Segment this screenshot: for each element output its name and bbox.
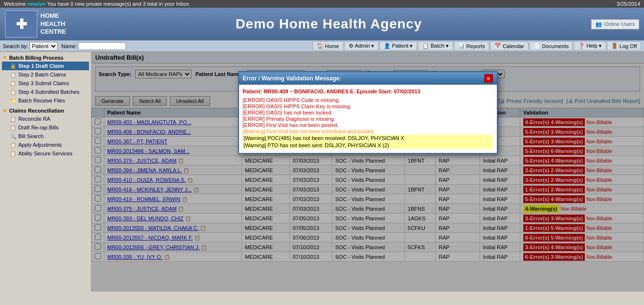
message-text: You have 0 new private message(s) and 3 … [47,1,190,7]
agency-title: Demo Home Health Agency [66,16,591,32]
nav-batch[interactable]: 📋 Batch ▾ [418,41,453,51]
modal-error-item: [ERROR] First Visit has not been posted. [243,122,493,128]
home-icon: 🏠 [317,43,324,49]
sidebar-item-step4[interactable]: 📋 Step 4 Submitted Batches [2,88,89,96]
search-by-select[interactable]: Patient [29,42,58,51]
sidebar-item-reconcile-ra[interactable]: 📋 Reconcile RA [2,114,89,123]
logo-cross-icon: ✚ [16,16,27,32]
modal-error-item: [ERROR] OASIS HIPPS Claim Key is missing… [243,103,493,109]
modal-patient-header: Patient: MR00-408 – BONIFACIO, ANDRES E.… [243,89,493,94]
lock-icon: 🔒 [10,63,16,69]
sidebar-item-apply-adjustments[interactable]: 📋 Apply Adjustments [2,140,89,149]
admin-icon: ⚙ [349,43,354,49]
nav-patient[interactable]: 👤 Patient ▾ [379,41,417,51]
name-label: Name: [62,43,77,49]
logoff-icon: 🚪 [611,43,618,49]
modal-overlay: Error / Warning Validation Message: × Pa… [91,52,644,292]
claims-folder-icon: ▼ [2,107,8,114]
documents-icon: 📄 [534,43,541,49]
modal-title: Error / Warning Validation Message: [243,75,341,82]
claims-reconciliation-title[interactable]: ▼ Claims Reconciliation [2,107,89,114]
modal-warning-item: [Warning] PTO has not been sent: DSLJOY,… [243,142,493,149]
folder-icon: ▼ [2,54,8,61]
submit-claims-icon: 📋 [10,80,16,87]
patient-icon: 👤 [384,43,391,49]
nav-documents[interactable]: 📄 Documents [530,41,573,51]
help-icon: ❓ [578,43,585,49]
nav-home[interactable]: 🏠 Home [313,41,343,51]
nav-reports[interactable]: 📊 Reports [454,41,490,51]
modal-error-item: [ERROR] Primary Diagnosis is missing. [243,116,493,122]
batch-billing-section: ▼ Batch Billing Process 🔒 Step 1 Draft C… [2,54,89,105]
date-display: 3/25/2014 [617,1,640,7]
reconcile-icon: 📋 [10,115,16,122]
calendar-icon: 📅 [494,43,501,49]
nav-bar: Search by: Patient Name: 🏠 Home ⚙ Admin … [0,40,644,52]
welcome-text: Welcome [4,1,26,7]
batch-receive-icon: 📁 [10,97,16,104]
nav-logoff[interactable]: 🚪 Log Off [607,41,641,51]
sidebar-item-draft-rerap[interactable]: 📋 Draft Re-rap Bills [2,123,89,132]
search-by-label: Search by: [3,43,28,49]
modal-warning-item: [Warning] First Visit has not been sched… [243,128,493,134]
nav-admin[interactable]: ⚙ Admin ▾ [344,41,379,51]
modal-errors-container: [ERROR] OASIS HIPPS Code is missing.[ERR… [243,97,493,128]
logo-box: ✚ [5,10,38,38]
main-layout: ▼ Batch Billing Process 🔒 Step 1 Draft C… [0,52,644,292]
sidebar-item-step3[interactable]: 📋 Step 3 Submit Claims [2,79,89,88]
users-icon: 👥 [595,21,602,27]
name-search-input[interactable] [78,42,126,50]
batch-claims-icon: 📋 [10,71,16,78]
adjustments-icon: 📋 [10,141,16,148]
draft-rerap-icon: 📋 [10,124,16,131]
header: ✚ HOME HEALTH CENTRE Demo Home Health Ag… [0,8,644,40]
validation-modal: Error / Warning Validation Message: × Pa… [238,71,498,154]
online-users-button[interactable]: 👥 Online Users [591,19,639,29]
content-area: Undrafted Bill(s) Search Type: All Medic… [91,52,644,292]
claims-reconciliation-section: ▼ Claims Reconciliation 📋 Reconcile RA 📋… [2,107,89,158]
batch-icon: 📋 [422,43,429,49]
modal-error-item: [ERROR] OASIS has not been locked. [243,110,493,115]
sidebar-item-batch-receive[interactable]: 📁 Batch Receive Files [2,96,89,105]
logo-area: ✚ HOME HEALTH CENTRE [5,10,66,38]
sidebar-item-bill-search[interactable]: 🔍 Bill Search [2,132,89,140]
bill-search-icon: 🔍 [10,133,16,140]
ability-secure-icon: 📋 [10,150,16,157]
modal-warning-item: [Warning] POC(485) has not been received… [243,135,493,141]
sidebar-item-step2[interactable]: 📋 Step 2 Batch Claims [2,70,89,79]
sidebar: ▼ Batch Billing Process 🔒 Step 1 Draft C… [0,52,91,292]
modal-error-item: [ERROR] OASIS HIPPS Code is missing. [243,97,493,103]
logo-text: HOME HEALTH CENTRE [40,12,66,37]
username: newton [27,1,46,7]
modal-title-bar: Error / Warning Validation Message: × [239,72,497,85]
modal-warnings-container: [Warning] First Visit has not been sched… [243,128,493,149]
sidebar-item-ability-secure[interactable]: 📋 Ability Secure Services [2,149,89,158]
batch-billing-title[interactable]: ▼ Batch Billing Process [2,54,89,62]
top-bar: Welcome newton You have 0 new private me… [0,0,644,8]
nav-calendar[interactable]: 📅 Calendar [490,41,529,51]
nav-help[interactable]: ❓ Help ▾ [574,41,606,51]
modal-close-button[interactable]: × [484,74,493,83]
reports-icon: 📊 [458,43,465,49]
sidebar-item-step1[interactable]: 🔒 Step 1 Draft Claim [2,62,89,70]
modal-body: Patient: MR00-408 – BONIFACIO, ANDRES E.… [239,85,497,153]
submitted-batches-icon: 📋 [10,89,16,95]
